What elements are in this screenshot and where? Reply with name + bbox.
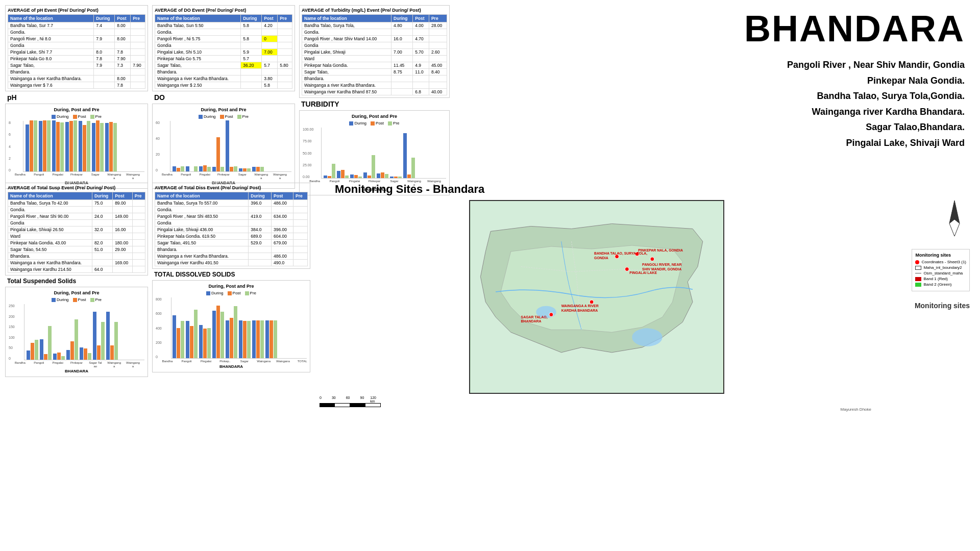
- turb-chart-title: During, Post and Pre: [303, 114, 446, 119]
- attribution: Mayuresh Dhoke: [841, 407, 871, 412]
- right-panel: Monitoring sites Coordinates - Sheet3 (1…: [883, 183, 975, 546]
- bar-pangoli-post: [43, 120, 46, 171]
- turb-bar-bandha: [324, 164, 335, 178]
- turb-bar-pinkepar: [363, 155, 375, 178]
- table-row: Gondia.: [302, 29, 447, 36]
- do-col-during: During: [241, 15, 262, 22]
- ph-y-axis: 86420: [9, 121, 11, 172]
- table-row: Sagar Talao,36.205.75.80: [155, 62, 292, 69]
- bar-wainganga1-post: [96, 120, 100, 171]
- table-row: Sagar Talao,7.97.37.90: [8, 62, 145, 69]
- bar-pinkepar-during: [65, 122, 69, 171]
- svg-text:BANDHA TALAO, SURYA TOLA,: BANDHA TALAO, SURYA TOLA,: [594, 252, 647, 256]
- table-row: Wainganga a river Kardha Bhandara.169.00: [8, 260, 145, 266]
- tss-col-post: Post: [113, 192, 133, 200]
- bar-group-pinkepar: [65, 120, 77, 171]
- ph-col-during: During: [94, 15, 115, 22]
- tss-col-during: During: [92, 192, 112, 200]
- table-row: Bhandara.: [155, 69, 292, 76]
- svg-text:KARDHA BHANDARA: KARDHA BHANDARA: [561, 309, 598, 312]
- turb-col-pre: Pre: [429, 15, 447, 22]
- ph-col-pre: Pre: [131, 15, 145, 22]
- legend-green-symbol: [915, 283, 921, 287]
- do-legend-post: Post: [220, 114, 233, 119]
- bar-bandha-pre: [34, 120, 37, 171]
- ph-chart-title: During, Post and Pre: [9, 107, 144, 112]
- legend-square-symbol: [915, 266, 921, 270]
- table-row: Bandha Talao, Sun 5:505.84.20: [155, 22, 292, 29]
- turb-bar-wainganga2: [403, 133, 415, 178]
- table-row: Gondia: [155, 42, 292, 49]
- legend-red-symbol: [915, 277, 921, 281]
- bar-group-wainganga1: [92, 120, 104, 171]
- map-svg: BANDHA TALAO, SURYA TOLA, GONDIA PINKEPA…: [470, 201, 723, 393]
- turb-bar-pingalai: [350, 174, 362, 178]
- svg-point-1: [632, 328, 662, 346]
- legend-line-symbol: [915, 273, 921, 273]
- north-arrow-svg: [939, 198, 970, 239]
- table-row: Pingalai Lake, Shi 7.78.07.8: [8, 49, 145, 56]
- legend-label-band2: Band 2 (Green): [923, 282, 951, 287]
- ph-chart: During, Post and Pre During Post Pre: [5, 104, 148, 189]
- table-row: Gondia.: [8, 207, 145, 213]
- legend-pre: Pre: [90, 114, 102, 119]
- tds-y-axis: 8006004002000: [156, 297, 162, 359]
- bar-wainganga1-during: [92, 123, 95, 171]
- tds-col-during: During: [249, 192, 272, 200]
- bar-pinkepar-post: [69, 121, 73, 171]
- table-row: Wainganga a river Kardha Bhandara.8.00: [8, 76, 145, 82]
- table-row: Pinkepar Nala Gondia. 43.0082.0180.00: [8, 240, 145, 246]
- table-row: Sagar Talao, 54.5051.029.00: [8, 246, 145, 253]
- table-row: Wainganga river Kardha Bhand 87.506.840.…: [302, 89, 447, 95]
- bar-group-bandha: [26, 120, 37, 171]
- table-row: Bandha Talao, Surya Tola,4.804.0028.00: [302, 22, 447, 29]
- svg-point-8: [625, 267, 629, 271]
- bar-sagar-post: [83, 125, 86, 171]
- bar-bandha-post: [30, 120, 33, 171]
- list-item: Pinkepar Nala Gondia.: [787, 73, 965, 89]
- tss-section-label: Total Suspended Solids: [5, 278, 148, 285]
- do-table-container: AVERAGE of DO Event (Pre/ During/ Post) …: [152, 5, 295, 91]
- do-bar-pingalai: [199, 165, 211, 171]
- tss-chart: During, Post and Pre During Post Pre: [5, 287, 148, 377]
- bar-sagar-during: [79, 121, 82, 171]
- turb-legend-pre: Pre: [388, 121, 399, 126]
- table-row: Gondia.: [8, 29, 145, 36]
- bar-group-sagar: [79, 121, 90, 171]
- turb-col-during: During: [391, 15, 413, 22]
- legend-title: Monitoring sites: [915, 253, 966, 258]
- do-bar-area: [170, 121, 291, 172]
- table-row: Pinkepar Nala Gondia. 619.50689.0604.00: [155, 233, 308, 240]
- map-background: BANDHA TALAO, SURYA TOLA, GONDIA PINKEPA…: [470, 201, 723, 393]
- map-section: Monitoring Sites - Bhandara: [314, 183, 879, 546]
- svg-text:GONDIA: GONDIA: [594, 256, 608, 260]
- turbidity-table-container: AVERAGE of Turbidity (mg/L) Event (Pre/ …: [299, 5, 450, 98]
- table-row: Pingalai Lake, Shi 5.105.97.00: [155, 49, 292, 56]
- ph-col-location: Name of the location: [8, 15, 94, 22]
- table-row: Wainganga river $ 2.505.8: [155, 82, 292, 89]
- legend-label-coordinates: Coordinates - Sheet3 (1): [921, 260, 966, 264]
- table-row: Wainganga a river Kardha Bhandara.: [302, 82, 447, 89]
- table-row: Bhandara.: [8, 253, 145, 260]
- table-row: Pingalai Lake, Shivaji 436.00384.0396.00: [155, 227, 308, 233]
- table-row: Bandha Talao, Surya To 557.00396.0486.00: [155, 200, 308, 207]
- table-row: Gondia: [155, 220, 308, 227]
- main-container: AVERAGE of pH Event (Pre/ During/ Post) …: [0, 0, 980, 551]
- turb-chart-legend: During Post Pre: [303, 121, 446, 126]
- bar-wainganga2-during: [105, 123, 109, 171]
- turbidity-table-title: AVERAGE of Turbidity (mg/L) Event (Pre/ …: [302, 8, 447, 13]
- tss-table: Name of the location During Post Pre Ban…: [8, 192, 145, 273]
- site-list: Pangoli River , Near Shiv Mandir, Gondia…: [787, 57, 965, 151]
- bottom-section: AVERAGE of Total Susp Event (Pre/ During…: [5, 183, 975, 546]
- table-row: Pangoli River , Near Shiv Mand 14.0016.0…: [302, 36, 447, 42]
- svg-text:SAGAR TALAO,: SAGAR TALAO,: [521, 315, 548, 319]
- ph-bar-area: [23, 121, 144, 172]
- table-row: Bhandara.: [8, 69, 145, 76]
- do-col-location: Name of the location: [155, 15, 241, 22]
- scale-bar-container: 0306090120 km: [320, 396, 381, 407]
- legend-color-post: [73, 115, 77, 119]
- turb-bar-sagar: [377, 172, 388, 178]
- table-row: Gondia: [8, 220, 145, 227]
- tss-chart-title: During, Post and Pre: [9, 290, 144, 295]
- bar-pingalai-post: [56, 122, 60, 171]
